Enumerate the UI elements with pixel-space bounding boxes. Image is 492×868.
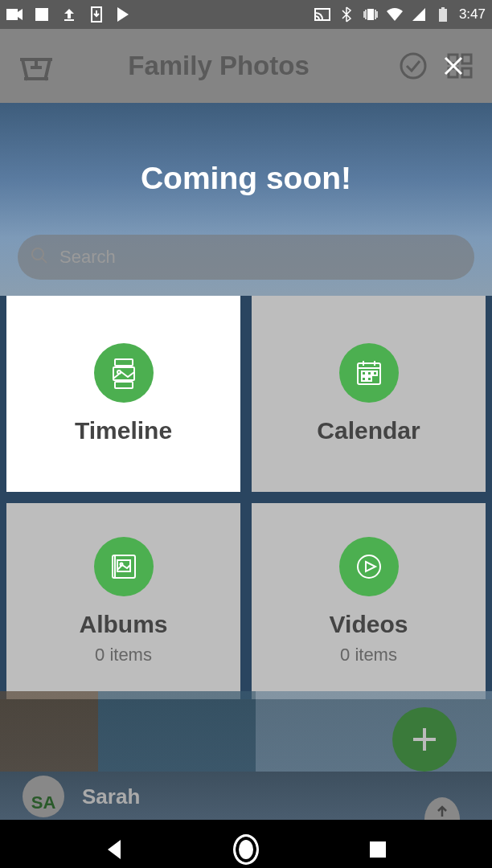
checkmark-button[interactable] (397, 50, 429, 82)
svg-rect-22 (362, 377, 366, 381)
tile-videos[interactable]: Videos 0 items (252, 503, 486, 699)
svg-rect-21 (373, 371, 377, 375)
status-time: 3:47 (459, 6, 486, 23)
tile-timeline-circle (94, 343, 154, 403)
cast-icon (314, 6, 330, 23)
close-button[interactable] (442, 55, 465, 80)
svg-rect-5 (367, 9, 374, 20)
video-camera-icon (6, 6, 23, 23)
battery-icon (435, 6, 451, 23)
svg-point-8 (401, 54, 425, 78)
status-left-icons (6, 6, 132, 23)
svg-rect-14 (115, 359, 133, 366)
hero-banner: Coming soon! Search (0, 103, 492, 296)
search-icon (31, 247, 48, 268)
coming-soon-heading: Coming soon! (141, 161, 351, 196)
svg-rect-7 (439, 9, 447, 22)
home-circle-icon (233, 834, 259, 865)
page-title: Family Photos (40, 51, 397, 81)
stop-icon (34, 6, 50, 23)
share-button[interactable] (424, 797, 460, 820)
tile-videos-label: Videos (330, 611, 408, 638)
tile-videos-circle (339, 537, 399, 596)
nav-recent-button[interactable] (365, 837, 391, 862)
app-header: Family Photos (0, 29, 492, 103)
bottom-area: SA Sarah (0, 699, 492, 820)
tile-albums[interactable]: Albums 0 items (6, 503, 240, 699)
user-avatar: SA (23, 776, 64, 817)
tile-calendar-circle (339, 343, 399, 403)
tile-albums-circle (94, 537, 154, 596)
tile-albums-label: Albums (79, 611, 167, 638)
bluetooth-icon (338, 6, 355, 23)
search-placeholder: Search (59, 247, 116, 268)
svg-rect-20 (367, 371, 371, 375)
search-bar[interactable]: Search (18, 235, 474, 280)
tile-calendar-label: Calendar (317, 417, 420, 444)
android-nav-bar (0, 820, 492, 868)
user-row[interactable]: SA Sarah (0, 773, 492, 820)
play-circle-icon (353, 551, 385, 583)
add-fab-button[interactable] (392, 707, 457, 772)
cellular-signal-icon (411, 6, 427, 23)
wifi-icon (387, 6, 403, 23)
nav-home-button[interactable] (233, 837, 259, 862)
tile-videos-count: 0 items (340, 645, 397, 665)
download-phone-icon (88, 6, 105, 23)
svg-rect-6 (441, 7, 445, 9)
tile-timeline[interactable]: Timeline (6, 296, 240, 492)
svg-rect-2 (64, 19, 74, 21)
tile-area: Timeline Calendar (0, 296, 492, 699)
status-right-icons: 3:47 (314, 6, 486, 23)
svg-rect-23 (367, 377, 371, 381)
svg-rect-1 (35, 8, 48, 21)
svg-rect-17 (115, 382, 133, 388)
tile-albums-count: 0 items (95, 645, 152, 665)
tile-calendar[interactable]: Calendar (252, 296, 486, 492)
vibrate-icon (363, 6, 379, 23)
calendar-icon (353, 357, 385, 389)
android-status-bar: 3:47 (0, 0, 492, 29)
plus-icon (408, 723, 441, 755)
user-name: Sarah (82, 784, 140, 809)
svg-point-13 (32, 248, 43, 260)
tile-grid: Timeline Calendar (0, 296, 492, 699)
back-triangle-icon (105, 838, 124, 861)
tile-timeline-label: Timeline (75, 417, 172, 444)
svg-rect-28 (370, 841, 386, 858)
nav-back-button[interactable] (101, 837, 127, 862)
upload-arrow-icon (61, 6, 77, 23)
svg-rect-19 (362, 371, 366, 375)
photo-stack-icon (107, 356, 141, 390)
recent-square-icon (368, 840, 387, 859)
svg-rect-0 (6, 9, 18, 20)
share-up-icon (434, 804, 450, 820)
play-store-icon (116, 6, 132, 23)
album-icon (108, 551, 140, 583)
